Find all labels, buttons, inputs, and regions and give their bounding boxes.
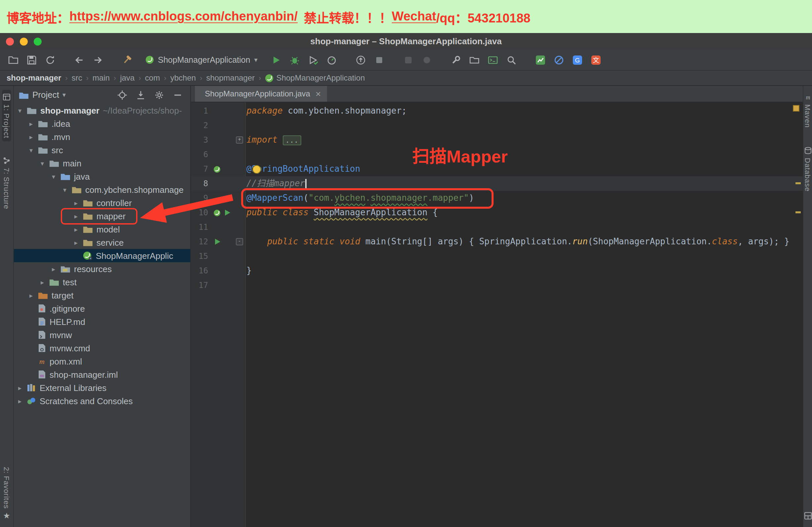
tree-item-controller[interactable]: ▸controller xyxy=(14,196,190,209)
chevron-down-icon[interactable]: ▾ xyxy=(16,107,23,114)
breadcrumb-item-shopmanagerapplication[interactable]: ShopManagerApplication xyxy=(265,73,365,83)
tool-button-7-structure[interactable]: 7: Structure xyxy=(2,153,11,213)
stats-button[interactable] xyxy=(532,52,548,68)
project-view-selector[interactable]: Project xyxy=(32,90,59,100)
tree-item-mvnw-cmd[interactable]: mvnw.cmd xyxy=(14,341,190,355)
fold-toggle-icon[interactable]: - xyxy=(236,238,243,245)
bean-gutter-icon[interactable] xyxy=(214,165,221,173)
tree-item-gitignore[interactable]: .gitignore xyxy=(14,302,190,315)
search-button[interactable] xyxy=(503,52,519,68)
tree-item-src[interactable]: ▾src xyxy=(14,143,190,157)
chevron-right-icon[interactable]: ▸ xyxy=(73,225,79,233)
chevron-right-icon[interactable]: ▸ xyxy=(28,133,34,140)
tool-button-database[interactable]: Database xyxy=(803,143,812,194)
tool-button-maven[interactable]: mMaven xyxy=(803,90,812,131)
tool-button-tool-layout[interactable] xyxy=(803,509,812,523)
back-button[interactable] xyxy=(71,52,87,68)
bean-gutter-icon[interactable] xyxy=(214,209,221,216)
run-gutter-icon[interactable] xyxy=(214,238,221,246)
tree-item-shop-manager-iml[interactable]: shop-manager.iml xyxy=(14,368,190,381)
close-tab-icon[interactable]: × xyxy=(316,88,321,99)
chevron-right-icon[interactable]: ▸ xyxy=(28,120,34,127)
code-line-1[interactable]: 1package com.ybchen.shopmanager; xyxy=(191,104,803,118)
code-line-15[interactable]: 15 xyxy=(191,249,803,263)
run-gutter-icon[interactable] xyxy=(223,209,231,217)
tree-item-test[interactable]: ▸test xyxy=(14,275,190,289)
chevron-right-icon[interactable]: ▸ xyxy=(28,292,34,299)
chevron-right-icon[interactable]: ▸ xyxy=(73,199,79,206)
minimize-window-button[interactable] xyxy=(20,37,28,45)
tab-shopmanagerapplication-java[interactable]: ShopManagerApplication.java × xyxy=(195,86,327,102)
tree-item-help-md[interactable]: HELP.md xyxy=(14,315,190,328)
breadcrumb-item-ybchen[interactable]: ybchen xyxy=(171,73,196,83)
locate-button[interactable] xyxy=(116,88,129,101)
code-line-12[interactable]: 12- public static void main(String[] arg… xyxy=(191,234,803,249)
tree-item-pom-xml[interactable]: mpom.xml xyxy=(14,355,190,368)
tree-item-external-libraries[interactable]: ▸External Libraries xyxy=(14,381,190,394)
run-configuration-selector[interactable]: ShopManagerApplication▾ xyxy=(141,54,262,66)
breadcrumb-item-src[interactable]: src xyxy=(72,73,82,83)
settings-button[interactable] xyxy=(153,88,166,101)
hide-button[interactable] xyxy=(171,88,184,101)
open-button[interactable] xyxy=(5,52,21,68)
tree-item-target[interactable]: ▸target xyxy=(14,289,190,302)
tool-button-1-project[interactable]: 1: Project xyxy=(2,90,11,142)
code-line-11[interactable]: 11 xyxy=(191,220,803,234)
tool-button-2-favorites[interactable]: 2: Favorites★ xyxy=(2,463,11,523)
intention-bulb-icon[interactable] xyxy=(252,165,261,174)
chevron-down-icon[interactable]: ▾ xyxy=(39,160,46,167)
code-line-17[interactable]: 17 xyxy=(191,278,803,293)
chevron-right-icon[interactable]: ▸ xyxy=(73,239,79,246)
translate-red-button[interactable]: 文 xyxy=(588,52,604,68)
tree-item-main[interactable]: ▾main xyxy=(14,157,190,170)
zoom-window-button[interactable] xyxy=(34,37,42,45)
fold-toggle-icon[interactable]: + xyxy=(236,136,243,144)
tree-item-resources[interactable]: ▸resources xyxy=(14,262,190,275)
chevron-down-icon[interactable]: ▾ xyxy=(28,146,34,153)
code-line-2[interactable]: 2 xyxy=(191,118,803,133)
profiler-button[interactable] xyxy=(323,52,339,68)
dim-a-button[interactable] xyxy=(400,52,416,68)
dim-b-button[interactable] xyxy=(419,52,434,68)
tree-item-scratches-and-consoles[interactable]: ▸Scratches and Consoles xyxy=(14,394,190,408)
chevron-right-icon[interactable]: ▸ xyxy=(50,265,57,273)
block-button[interactable] xyxy=(551,52,567,68)
chevron-right-icon[interactable]: ▸ xyxy=(39,278,46,286)
debug-button[interactable] xyxy=(286,52,302,68)
build-button[interactable] xyxy=(119,52,135,68)
tree-item-mvnw[interactable]: mvnw xyxy=(14,328,190,341)
folder-test-icon xyxy=(49,277,59,287)
breadcrumb-item-shopmanager[interactable]: shopmanager xyxy=(206,73,255,83)
tree-item-shopmanagerapplic[interactable]: ShopManagerApplic xyxy=(14,249,190,262)
collapse-all-button[interactable] xyxy=(134,88,147,101)
attach-button[interactable] xyxy=(352,52,368,68)
close-window-button[interactable] xyxy=(6,37,14,45)
breadcrumb-item-com[interactable]: com xyxy=(145,73,160,83)
breadcrumb-item-main[interactable]: main xyxy=(92,73,110,83)
translate-blue-button[interactable]: G xyxy=(569,52,585,68)
tree-item-service[interactable]: ▸service xyxy=(14,236,190,249)
code-line-16[interactable]: 16} xyxy=(191,263,803,278)
chevron-down-icon[interactable]: ▾ xyxy=(50,173,57,180)
terminal-button[interactable] xyxy=(484,52,501,68)
chevron-down-icon[interactable]: ▾ xyxy=(61,186,68,193)
tree-item-java[interactable]: ▾java xyxy=(14,170,190,183)
tree-item-com-ybchen-shopmanage[interactable]: ▾com.ybchen.shopmanage xyxy=(14,183,190,196)
file-cmd-icon xyxy=(38,343,46,353)
coverage-button[interactable] xyxy=(305,52,321,68)
tree-item-idea[interactable]: ▸.idea xyxy=(14,117,190,130)
stop-button[interactable] xyxy=(371,52,387,68)
save-button[interactable] xyxy=(24,52,40,68)
breadcrumb-item-shop-manager[interactable]: shop-manager xyxy=(6,73,61,83)
sync-button[interactable] xyxy=(42,52,58,68)
folders-button[interactable] xyxy=(466,52,482,68)
chevron-right-icon[interactable]: ▸ xyxy=(16,384,23,391)
wrench-button[interactable] xyxy=(448,52,463,68)
tree-item-model[interactable]: ▸model xyxy=(14,222,190,236)
chevron-right-icon[interactable]: ▸ xyxy=(16,397,23,405)
breadcrumb-item-java[interactable]: java xyxy=(120,73,134,83)
run-button[interactable] xyxy=(268,52,284,68)
tree-item-mvn[interactable]: ▸.mvn xyxy=(14,130,190,143)
forward-button[interactable] xyxy=(90,52,106,68)
tree-item-shop-manager[interactable]: ▾shop-manager ~/IdeaProjects/shop- xyxy=(14,104,190,117)
